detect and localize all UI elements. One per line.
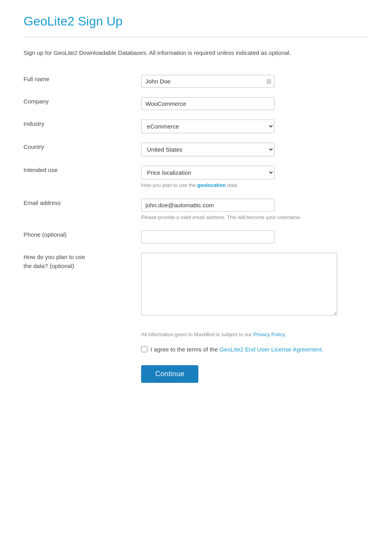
company-row: Company (24, 92, 368, 115)
company-input[interactable] (141, 97, 274, 110)
email-label: Email address (24, 194, 141, 226)
phone-field-cell (141, 226, 368, 248)
phone-label: Phone (optional) (24, 226, 141, 248)
signup-form: Full name ⊞ Company Industry (24, 70, 368, 388)
fullname-field-cell: ⊞ (141, 70, 368, 92)
country-select[interactable]: United States United Kingdom Canada Aust… (141, 143, 274, 156)
intended-use-help: How you plan to use the geolocation data (141, 181, 337, 189)
industry-row: Industry eCommerce Technology Finance He… (24, 115, 368, 138)
phone-row: Phone (optional) (24, 226, 368, 248)
page-title: GeoLite2 Sign Up (24, 12, 368, 31)
header-divider (24, 37, 368, 37)
data-use-row: How do you plan to usethe data? (optiona… (24, 248, 368, 323)
data-use-field-cell (141, 248, 368, 323)
email-input[interactable] (141, 199, 274, 212)
intended-use-field-cell: Price localization Fraud detection Conte… (141, 161, 368, 194)
country-field-cell: United States United Kingdom Canada Aust… (141, 138, 368, 161)
agree-label: I agree to the terms of the GeoLite2 End… (151, 345, 323, 354)
country-label: Country (24, 138, 141, 161)
agree-checkbox[interactable] (141, 346, 147, 352)
email-field-cell: Please provide a valid email address. Th… (141, 194, 368, 226)
country-row: Country United States United Kingdom Can… (24, 138, 368, 161)
industry-field-cell: eCommerce Technology Finance Healthcare … (141, 115, 368, 138)
industry-label: Industry (24, 115, 141, 138)
fullname-input[interactable] (141, 75, 274, 88)
data-use-textarea[interactable] (141, 253, 337, 315)
bottom-section: All information given to MaxMind is subj… (141, 323, 368, 388)
privacy-text-prefix: All information given to MaxMind is subj… (141, 331, 253, 337)
intended-use-help-prefix: How you plan to use the (141, 182, 197, 188)
eula-link[interactable]: GeoLite2 End User License Agreement (220, 346, 321, 353)
company-field-cell (141, 92, 368, 115)
privacy-text-suffix: . (285, 331, 286, 337)
continue-button[interactable]: Continue (141, 365, 198, 383)
email-help: Please provide a valid email address. Th… (141, 214, 337, 221)
intended-use-label: Intended use (24, 161, 141, 194)
fullname-row: Full name ⊞ (24, 70, 368, 92)
intended-use-help-suffix: data (226, 182, 237, 188)
agree-text-suffix: . (321, 346, 323, 353)
intro-text: Sign up for GeoLite2 Downloadable Databa… (24, 48, 361, 58)
data-use-label: How do you plan to usethe data? (optiona… (24, 248, 141, 323)
fullname-label: Full name (24, 70, 141, 92)
phone-input[interactable] (141, 230, 274, 243)
intended-use-row: Intended use Price localization Fraud de… (24, 161, 368, 194)
privacy-policy-link[interactable]: Privacy Policy (253, 331, 285, 337)
company-label: Company (24, 92, 141, 115)
email-row: Email address Please provide a valid ema… (24, 194, 368, 226)
agree-row: I agree to the terms of the GeoLite2 End… (141, 345, 337, 354)
geolocation-bold: geolocation (197, 182, 226, 188)
agree-text-prefix: I agree to the terms of the (151, 346, 220, 353)
fullname-input-wrapper: ⊞ (141, 75, 274, 88)
industry-select[interactable]: eCommerce Technology Finance Healthcare … (141, 120, 274, 133)
intended-use-select[interactable]: Price localization Fraud detection Conte… (141, 166, 274, 179)
bottom-row: All information given to MaxMind is subj… (24, 323, 368, 388)
contact-card-icon: ⊞ (266, 77, 271, 86)
privacy-text: All information given to MaxMind is subj… (141, 331, 337, 339)
